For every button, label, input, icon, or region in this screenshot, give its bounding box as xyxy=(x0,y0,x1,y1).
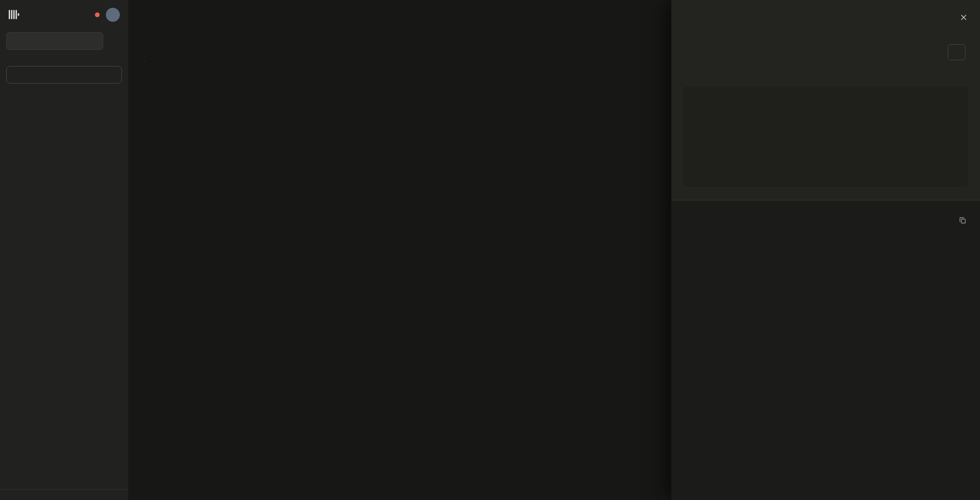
panel-top xyxy=(671,0,980,200)
sidebar-header xyxy=(0,6,128,23)
panel-header xyxy=(671,0,980,23)
notification-dot xyxy=(95,12,100,17)
query-volume-chart xyxy=(683,87,839,165)
latency-chart xyxy=(144,51,299,129)
connect-button[interactable] xyxy=(6,66,122,84)
time-range-select[interactable] xyxy=(948,44,965,60)
sidebar-bottom xyxy=(0,450,128,500)
sidebar-footer xyxy=(0,489,128,500)
user-avatar[interactable] xyxy=(106,8,120,22)
query-information-panel xyxy=(671,0,980,500)
service-row xyxy=(6,32,122,50)
clickhouse-logo-icon xyxy=(8,9,20,20)
close-icon[interactable] xyxy=(960,13,968,23)
sidebar xyxy=(0,0,128,500)
chart-view-tabs xyxy=(144,61,145,62)
query-info-tabs xyxy=(671,200,980,200)
app-root xyxy=(0,0,980,500)
service-selector[interactable] xyxy=(6,32,103,50)
organization-selector[interactable] xyxy=(0,455,128,472)
time-range-row xyxy=(671,44,980,60)
query-volume-chart-card xyxy=(683,87,968,187)
copy-icon[interactable] xyxy=(959,217,967,226)
